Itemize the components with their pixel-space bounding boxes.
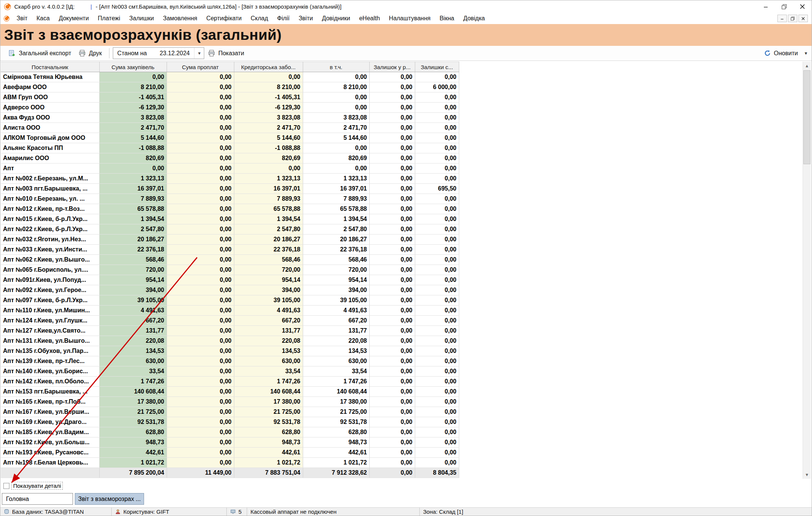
menu-item[interactable]: Залишки (125, 13, 159, 24)
menu-item[interactable]: Філії (273, 13, 294, 24)
menu-item[interactable]: Довідники (317, 13, 355, 24)
refresh-button[interactable]: Оновити (760, 47, 802, 59)
column-header-purchase-sum[interactable]: Сума закупівель (99, 62, 167, 72)
menu-item[interactable]: Каса (32, 13, 54, 24)
scroll-thumb[interactable] (803, 70, 810, 164)
menu-item[interactable]: Замовлення (158, 13, 202, 24)
menu-item[interactable]: Платежі (93, 13, 125, 24)
table-row[interactable]: Апт №185 г.Киев, ул.Вадим... 628,80 0,00… (1, 427, 459, 437)
stock-balance-cell: 0,00 (415, 153, 459, 163)
scroll-down-button[interactable]: ▼ (803, 471, 811, 479)
table-row[interactable]: Апт №192 г.Киев, ул.Больш... 948,73 0,00… (1, 437, 459, 448)
column-header-payment-sum[interactable]: Сума проплат (167, 62, 234, 72)
table-row[interactable]: Адверсо ООО -6 129,30 0,00 -6 129,30 0,0… (1, 103, 459, 113)
creditor-debt-cell: -6 129,30 (234, 103, 303, 113)
table-row[interactable]: АВМ Груп ООО -1 405,31 0,00 -1 405,31 0,… (1, 92, 459, 103)
tab-report-active[interactable]: Звіт з взаєморозрах ... (75, 493, 144, 505)
table-row[interactable]: Апт №165 г.Киев, пр-т.Поб... 17 380,00 0… (1, 397, 459, 407)
table-row[interactable]: Апт №124 г.Киев, ул.Глушк... 667,20 0,00… (1, 316, 459, 326)
column-header-supplier[interactable]: Постачальник (1, 62, 99, 72)
table-row[interactable]: Апт №169 г.Киев, ул.Драго... 92 531,78 0… (1, 417, 459, 427)
supplier-cell: Апт №192 г.Киев, ул.Больш... (1, 437, 99, 448)
payment-sum-cell: 0,00 (167, 72, 234, 82)
table-row[interactable]: Апт №033 г.Киев, ул.Инсти... 22 376,18 0… (1, 245, 459, 255)
general-export-button[interactable]: Загальний експорт (5, 47, 75, 59)
creditor-debt-cell: 134,53 (234, 346, 303, 356)
table-row[interactable]: Апт №097 г.Киев, б-р.Л.Укр... 39 105,00 … (1, 295, 459, 306)
table-row[interactable]: Альянс Красоты ПП -1 088,88 0,00 -1 088,… (1, 143, 459, 153)
table-row[interactable]: Апт №022 г.Киев, б-р.Л.Укр... 2 547,80 0… (1, 224, 459, 235)
stock-balance-cell: 0,00 (415, 387, 459, 397)
column-header-creditor-debt[interactable]: Кредиторська забо... (234, 62, 303, 72)
scroll-up-icon: ▲ (805, 64, 809, 68)
menu-item[interactable]: eHealth (355, 13, 384, 24)
vertical-scrollbar[interactable]: ▲ ▼ (803, 62, 811, 479)
table-row[interactable]: Апт №065 г.Борисполь, ул.... 720,00 0,00… (1, 265, 459, 275)
purchase-sum-cell: 442,61 (99, 448, 167, 458)
table-row[interactable]: Апт №010 г.Березань, ул. ... 7 889,93 0,… (1, 194, 459, 204)
table-row[interactable]: Апт 0,00 0,00 0,00 0,00 0,00 0,00 (1, 163, 459, 174)
table-row[interactable]: Апт №142 г.Киев, пл.Оболо... 1 747,26 0,… (1, 377, 459, 387)
table-row[interactable]: Апт №140 г.Киев, ул.Борис... 33,54 0,00 … (1, 366, 459, 377)
menu-item[interactable]: Звіти (294, 13, 317, 24)
table-row[interactable]: Апт №002 г.Березань, ул.М... 1 323,13 0,… (1, 174, 459, 184)
table-row[interactable]: Апт №092 г.Киев, ул.Герое... 394,00 0,00… (1, 285, 459, 295)
show-details-checkbox[interactable] (3, 483, 9, 489)
table-row[interactable]: Апт №167 г.Киев, ул.Верши... 21 725,00 0… (1, 407, 459, 417)
table-row[interactable]: Апт №139 г.Киев, пр-т.Лес... 630,00 0,00… (1, 356, 459, 366)
asof-date-value[interactable]: 23.12.2024 (155, 50, 194, 57)
show-button[interactable]: Показати (204, 47, 248, 59)
table-row[interactable]: Апт №062 г.Киев, ул.Вышго... 568,46 0,00… (1, 255, 459, 265)
menu-item[interactable]: Склад (246, 13, 273, 24)
date-dropdown-button[interactable]: ▾ (194, 48, 204, 59)
menu-item[interactable]: Налаштування (384, 13, 435, 24)
table-row[interactable]: Апт №198 г.Белая Церковь... 1 021,72 0,0… (1, 458, 459, 468)
table-row[interactable]: Апт №131 г.Киев, ул.Вышго... 220,08 0,00… (1, 336, 459, 346)
menu-item[interactable]: Вікна (435, 13, 459, 24)
creditor-debt-cell: 21 725,00 (234, 407, 303, 417)
table-row[interactable]: Смірнова Тетяна Юрьевна 0,00 0,00 0,00 0… (1, 72, 459, 82)
menu-item[interactable]: Довідка (459, 13, 490, 24)
mdi-restore-button[interactable] (788, 15, 797, 22)
mdi-close-button[interactable] (798, 15, 808, 22)
mdi-minimize-button[interactable] (777, 15, 787, 22)
table-row[interactable]: Апт №032 г.Яготин, ул.Нез... 20 186,27 0… (1, 235, 459, 245)
including-cell: 720,00 (303, 265, 369, 275)
purchase-sum-cell: 954,14 (99, 275, 167, 285)
table-row[interactable]: Апт №091г.Киев, ул.Попуд... 954,14 0,00 … (1, 275, 459, 285)
supplier-cell: Апт №010 г.Березань, ул. ... (1, 194, 99, 204)
restore-button[interactable] (775, 0, 793, 13)
balance-cell: 0,00 (369, 346, 415, 356)
tab-home[interactable]: Головна (2, 493, 73, 505)
table-row[interactable]: Апт №110 г.Киев, ул.Мишин... 4 491,63 0,… (1, 306, 459, 316)
table-row[interactable]: Апт №003 пгт.Барышевка, ... 16 397,01 0,… (1, 184, 459, 194)
purchase-sum-cell: 1 747,26 (99, 377, 167, 387)
table-row[interactable]: Апт №193 г.Киев, Русановс... 442,61 0,00… (1, 448, 459, 458)
table-row[interactable]: Апт №153 пгт.Барышевка, ... 140 608,44 0… (1, 387, 459, 397)
table-row[interactable]: Аква Фудз ООО 3 823,08 0,00 3 823,08 3 8… (1, 113, 459, 123)
menu-item[interactable]: Сертифікати (202, 13, 246, 24)
column-header-including[interactable]: в т.ч. (303, 62, 369, 72)
chevron-down-icon[interactable]: ▾ (804, 50, 807, 56)
close-button[interactable] (793, 0, 812, 13)
scroll-up-button[interactable]: ▲ (803, 62, 811, 70)
column-header-stock-balance[interactable]: Залишки с... (415, 62, 459, 72)
table-row[interactable]: АЛКОМ Торговый дом ООО 5 144,60 0,00 5 1… (1, 133, 459, 143)
purchase-sum-cell: 5 144,60 (99, 133, 167, 143)
table-row[interactable]: Алиста ООО 2 471,70 0,00 2 471,70 2 471,… (1, 123, 459, 133)
table-row[interactable]: Апт №015 г.Киев, б-р.Л.Укр... 1 394,54 0… (1, 214, 459, 224)
table-row[interactable]: Апт №012 г.Киев, пр-т.Воз... 65 578,88 0… (1, 204, 459, 214)
menu-item[interactable]: Звіт (12, 13, 32, 24)
table-row[interactable]: Апт №127 г.Киев,ул.Свято... 131,77 0,00 … (1, 326, 459, 336)
minimize-button[interactable] (756, 0, 775, 13)
refresh-icon (764, 50, 771, 57)
column-header-balance[interactable]: Залишок у р... (369, 62, 415, 72)
refresh-area: Оновити ▾ (760, 47, 807, 59)
table-row[interactable]: Авефарм ООО 8 210,00 0,00 8 210,00 8 210… (1, 82, 459, 92)
table-row[interactable]: Апт №135 г.Обухов, ул.Пар... 134,53 0,00… (1, 346, 459, 356)
menu-item[interactable]: Документи (54, 13, 93, 24)
show-details-label[interactable]: Показувати деталі (11, 482, 63, 490)
print-button[interactable]: Друк (75, 47, 106, 59)
balance-cell: 0,00 (369, 235, 415, 245)
table-row[interactable]: Амарилис ООО 820,69 0,00 820,69 820,69 0… (1, 153, 459, 163)
